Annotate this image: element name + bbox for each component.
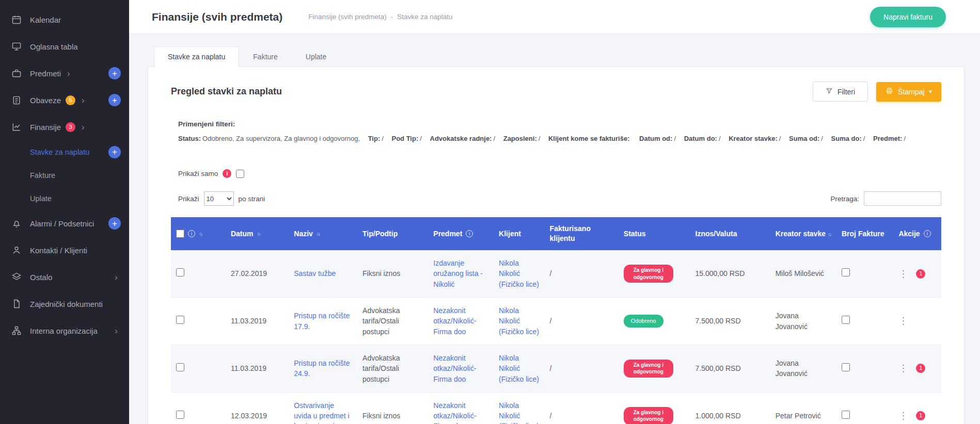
cell-datum: 11.03.2019 bbox=[226, 345, 289, 392]
notification-badge: 1 bbox=[916, 411, 925, 420]
table-row: 27.02.2019 Sastav tužbe Fiksni iznos Izd… bbox=[171, 250, 941, 297]
applied-filters: Primenjeni filteri: Status:Odobreno, Za … bbox=[178, 120, 941, 144]
sidebar-item-ostalo[interactable]: Ostalo › bbox=[0, 264, 129, 290]
search-input[interactable] bbox=[864, 191, 941, 206]
sidebar-item-uplate[interactable]: Uplate bbox=[0, 187, 129, 210]
cell-kreator: Miloš Milošević bbox=[770, 250, 836, 297]
klijent-link[interactable]: Nikola Nikolić (Fizičko lice) bbox=[499, 306, 539, 336]
header-predmet: Predmeti bbox=[428, 217, 494, 250]
add-obaveza-button[interactable]: + bbox=[108, 94, 121, 106]
per-page-select[interactable]: 10 bbox=[204, 191, 234, 206]
row-checkbox[interactable] bbox=[176, 411, 184, 419]
cell-broj-fakture bbox=[836, 250, 893, 297]
naziv-link[interactable]: Sastav tužbe bbox=[294, 269, 336, 278]
sort-icon[interactable]: ↑↓ bbox=[317, 231, 320, 238]
info-icon[interactable]: i bbox=[188, 230, 195, 237]
filter-chip: Advokatske radnje:/ bbox=[430, 135, 496, 142]
cell-iznos: 15.000,00 RSD bbox=[690, 250, 770, 297]
sort-icon[interactable]: ↑↓ bbox=[199, 231, 202, 238]
row-actions-menu-icon[interactable]: ⋮ bbox=[898, 314, 908, 328]
filter-chip: Suma do:/ bbox=[831, 135, 865, 142]
info-badge-icon: i bbox=[223, 169, 231, 178]
sort-icon[interactable]: ↑↓ bbox=[828, 232, 831, 237]
naziv-link[interactable]: Ostvarivanje uvida u predmet i kopiranje… bbox=[294, 401, 349, 424]
sort-icon[interactable]: ↑↓ bbox=[257, 231, 260, 238]
cell-fakturisano: / bbox=[545, 392, 619, 424]
per-page-controls: Prikaži 10 po strani bbox=[178, 191, 265, 206]
show-only-checkbox[interactable] bbox=[236, 170, 244, 178]
sidebar-item-interna-organizacija[interactable]: Interna organizacija › bbox=[0, 317, 129, 344]
filter-chip: Tip:/ bbox=[368, 135, 384, 142]
sidebar-label: Stavke za naplatu bbox=[30, 148, 89, 156]
invoice-checkbox[interactable] bbox=[842, 316, 850, 324]
sidebar-item-zajednicki-dokumenti[interactable]: Zajednički dokumenti bbox=[0, 290, 129, 317]
sidebar-item-kalendar[interactable]: Kalendar bbox=[0, 6, 129, 33]
cell-fakturisano: / bbox=[545, 298, 619, 345]
row-checkbox[interactable] bbox=[176, 363, 184, 371]
cell-select bbox=[171, 345, 226, 392]
info-icon[interactable]: i bbox=[924, 230, 931, 237]
row-actions-menu-icon[interactable]: ⋮ bbox=[898, 362, 908, 375]
status-badge: Za glavnog i odgovornog bbox=[624, 407, 673, 424]
tab-fakture[interactable]: Fakture bbox=[239, 46, 291, 67]
bulletin-board-icon bbox=[11, 41, 22, 52]
cell-predmet: Izdavanje oružanog lista - Nikolić bbox=[428, 250, 494, 297]
add-alarm-button[interactable]: + bbox=[108, 217, 121, 230]
row-checkbox[interactable] bbox=[176, 316, 184, 324]
sidebar-item-kontakti-klijenti[interactable]: Kontakti / Klijenti bbox=[0, 237, 129, 264]
filter-chip: Suma od:/ bbox=[789, 135, 823, 142]
predmet-link[interactable]: Nezakonit otkaz/Nikolić-Firma doo bbox=[433, 401, 476, 424]
invoice-checkbox[interactable] bbox=[842, 363, 850, 371]
predmet-link[interactable]: Nezakonit otkaz/Nikolić-Firma doo bbox=[433, 306, 476, 336]
cell-predmet: Nezakonit otkaz/Nikolić-Firma doo bbox=[428, 392, 494, 424]
row-actions-menu-icon[interactable]: ⋮ bbox=[898, 409, 908, 422]
obaveze-count-badge: 5 bbox=[66, 95, 75, 105]
sidebar-item-fakture[interactable]: Fakture bbox=[0, 164, 129, 187]
create-invoice-button[interactable]: Napravi fakturu bbox=[870, 7, 946, 27]
klijent-link[interactable]: Nikola Nikolić (Fizičko lice) bbox=[499, 259, 539, 288]
tab-stavke-za-naplatu[interactable]: Stavke za naplatu bbox=[154, 46, 239, 67]
sidebar-label: Predmeti bbox=[30, 69, 61, 78]
cell-klijent: Nikola Nikolić (Fizičko lice) bbox=[494, 250, 544, 297]
info-icon[interactable]: i bbox=[466, 230, 473, 237]
predmet-link[interactable]: Nezakonit otkaz/Nikolić-Firma doo bbox=[433, 354, 476, 383]
predmet-link[interactable]: Izdavanje oružanog lista - Nikolić bbox=[433, 259, 483, 288]
cell-datum: 27.02.2019 bbox=[226, 250, 289, 297]
sidebar-label: Fakture bbox=[30, 171, 55, 180]
header-status: Status bbox=[619, 217, 690, 250]
naziv-link[interactable]: Pristup na ročište 17.9. bbox=[294, 312, 350, 330]
sidebar-item-obaveze[interactable]: Obaveze 5 › + bbox=[0, 87, 129, 113]
cell-broj-fakture bbox=[836, 392, 893, 424]
cell-datum: 11.03.2019 bbox=[226, 298, 289, 345]
sidebar-item-alarmi-podsetnici[interactable]: Alarmi / Podsetnici + bbox=[0, 210, 129, 237]
add-predmet-button[interactable]: + bbox=[108, 67, 121, 79]
sidebar-item-finansije[interactable]: Finansije 3 › bbox=[0, 113, 129, 140]
sidebar-item-oglasna-tabla[interactable]: Oglasna tabla bbox=[0, 33, 129, 60]
finansije-submenu: Stavke za naplatu + Fakture Uplate bbox=[0, 140, 129, 210]
invoice-checkbox[interactable] bbox=[842, 268, 850, 276]
sidebar-label: Kalendar bbox=[30, 15, 61, 24]
sidebar-item-predmeti[interactable]: Predmeti › + bbox=[0, 60, 129, 87]
applied-filters-title: Primenjeni filteri: bbox=[178, 120, 941, 128]
cell-iznos: 7.500,00 RSD bbox=[690, 345, 770, 392]
cell-tip: Advokatska tarifa/Ostali postupci bbox=[357, 298, 428, 345]
row-checkbox[interactable] bbox=[176, 268, 184, 276]
klijent-link[interactable]: Nikola Nikolić (Fizičko lice) bbox=[499, 354, 539, 383]
search-controls: Pretraga: bbox=[830, 191, 941, 206]
filters-button[interactable]: Filteri bbox=[813, 81, 868, 102]
klijent-link[interactable]: Nikola Nikolić (Fizičko lice) bbox=[499, 401, 539, 424]
cell-predmet: Nezakonit otkaz/Nikolić-Firma doo bbox=[428, 298, 494, 345]
naziv-link[interactable]: Pristup na ročište 24.9. bbox=[294, 359, 350, 378]
select-all-checkbox[interactable] bbox=[176, 230, 184, 238]
tab-uplate[interactable]: Uplate bbox=[292, 46, 340, 67]
invoice-checkbox[interactable] bbox=[842, 411, 850, 419]
add-stavka-button[interactable]: + bbox=[108, 146, 121, 158]
printer-icon bbox=[886, 87, 893, 96]
cell-kreator: Petar Petrović bbox=[770, 392, 836, 424]
breadcrumb-item[interactable]: Finansije (svih predmeta) bbox=[308, 13, 387, 21]
print-button[interactable]: Štampaj ▾ bbox=[876, 82, 941, 102]
row-actions-menu-icon[interactable]: ⋮ bbox=[898, 267, 908, 281]
cell-status: Za glavnog i odgovornog bbox=[619, 250, 690, 297]
sidebar-item-stavke-za-naplatu[interactable]: Stavke za naplatu + bbox=[0, 140, 129, 164]
status-badge: Za glavnog i odgovornog bbox=[624, 360, 673, 378]
